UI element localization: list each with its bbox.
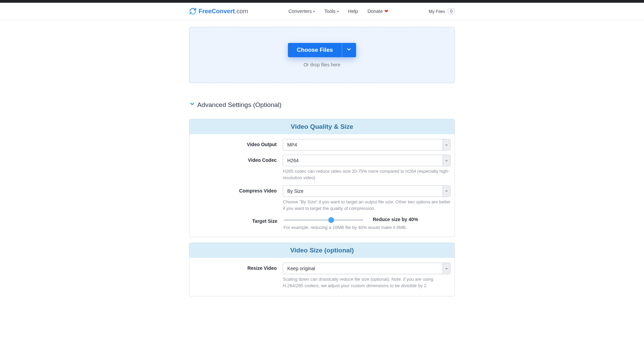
nav-label: Donate [367, 9, 383, 14]
chevron-down-icon [443, 155, 450, 166]
nav-help[interactable]: Help [348, 9, 358, 14]
advanced-settings-toggle[interactable]: Advanced Settings (Optional) [189, 101, 455, 109]
my-files-label: My Files [429, 9, 445, 14]
nav-label: Converters [288, 9, 311, 14]
refresh-icon [189, 7, 197, 15]
panel-title: Video Quality & Size [189, 119, 455, 134]
slider-value-label: Reduce size by 40% [373, 216, 418, 222]
target-size-slider[interactable] [283, 219, 363, 221]
select-value: H264 [287, 158, 298, 163]
choose-files-dropdown[interactable] [342, 43, 356, 57]
resize-video-select[interactable]: Keep original [283, 263, 450, 274]
video-codec-select[interactable]: H264 [283, 155, 450, 166]
choose-files-button[interactable]: Choose Files [288, 43, 342, 57]
my-files-link[interactable]: My Files 0 [429, 8, 455, 14]
field-label: Compress Video [194, 185, 277, 194]
main-content: Choose Files Or drop files here Advanced… [189, 20, 455, 310]
slider-thumb[interactable] [328, 217, 334, 223]
chevron-down-icon: ▾ [313, 10, 315, 13]
row-target-size: Target Size Reduce size by 40% For examp… [194, 216, 450, 230]
field-hint: For example, reducing a 10MB file by 40%… [283, 225, 450, 230]
nav-converters[interactable]: Converters ▾ [288, 9, 315, 14]
main-nav: Converters ▾ Tools ▾ Help Donate ❤ [288, 9, 388, 14]
logo-text: FreeConvert.com [199, 8, 248, 15]
video-output-select[interactable]: MP4 [283, 139, 450, 151]
field-hint: Choose "By Size" if you want to target a… [283, 199, 450, 212]
field-label: Target Size [194, 216, 277, 224]
advanced-settings-label: Advanced Settings (Optional) [197, 101, 281, 109]
heart-icon: ❤ [384, 9, 388, 14]
chevron-down-icon [189, 101, 195, 109]
chevron-down-icon [346, 47, 352, 53]
choose-files-group: Choose Files [288, 43, 356, 57]
select-value: Keep original [287, 266, 315, 271]
site-logo[interactable]: FreeConvert.com [189, 7, 248, 15]
row-video-codec: Video Codec H264 H265 codec can reduce v… [194, 155, 450, 181]
my-files-count: 0 [448, 8, 455, 14]
row-video-output: Video Output MP4 [194, 139, 450, 151]
field-label: Resize Video [194, 263, 277, 271]
panel-video-quality: Video Quality & Size Video Output MP4 Vi… [189, 119, 455, 237]
nav-donate[interactable]: Donate ❤ [367, 9, 388, 14]
row-resize-video: Resize Video Keep original Scaling down … [194, 263, 450, 289]
chevron-down-icon [443, 186, 450, 197]
panel-video-size: Video Size (optional) Resize Video Keep … [189, 243, 455, 296]
file-dropzone[interactable]: Choose Files Or drop files here [189, 27, 455, 83]
chevron-down-icon [443, 263, 450, 274]
window-top-bar [0, 0, 644, 3]
panel-title: Video Size (optional) [189, 243, 455, 258]
chevron-down-icon [443, 139, 450, 150]
compress-video-select[interactable]: By Size [283, 185, 450, 197]
select-value: By Size [287, 188, 303, 194]
nav-tools[interactable]: Tools ▾ [324, 9, 339, 14]
field-hint: Scaling down can drastically reduce file… [283, 276, 450, 289]
dropzone-hint: Or drop files here [304, 62, 340, 67]
nav-label: Help [348, 9, 358, 14]
select-value: MP4 [287, 142, 297, 148]
chevron-down-icon: ▾ [337, 10, 339, 13]
site-header: FreeConvert.com Converters ▾ Tools ▾ Hel… [0, 3, 644, 20]
row-compress-video: Compress Video By Size Choose "By Size" … [194, 185, 450, 212]
field-hint: H265 codec can reduce video size 20-75% … [283, 168, 450, 181]
field-label: Video Output [194, 139, 277, 147]
field-label: Video Codec [194, 155, 277, 163]
nav-label: Tools [324, 9, 336, 14]
